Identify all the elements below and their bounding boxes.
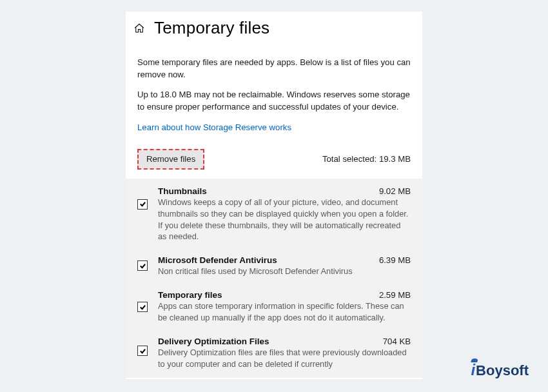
checkbox-thumbnails[interactable] xyxy=(137,199,148,210)
file-size: 2.59 MB xyxy=(379,290,411,300)
file-item-delivery-optimization[interactable]: Delivery Optimization Files 704 KB Deliv… xyxy=(126,331,422,378)
file-item-temporary[interactable]: Temporary files 2.59 MB Apps can store t… xyxy=(126,285,422,331)
watermark-i: i xyxy=(471,361,475,379)
checkbox-temporary[interactable] xyxy=(137,302,148,312)
watermark-text: Boysoft xyxy=(476,362,529,378)
file-size: 6.39 MB xyxy=(379,255,411,265)
action-row: Remove files Total selected: 19.3 MB xyxy=(126,133,422,179)
checkbox-defender[interactable] xyxy=(137,260,148,271)
intro-paragraph-2: Up to 18.0 MB may not be reclaimable. Wi… xyxy=(137,88,411,113)
file-item-defender[interactable]: Microsoft Defender Antivirus 6.39 MB Non… xyxy=(126,250,422,285)
file-title: Delivery Optimization Files xyxy=(158,337,269,346)
files-list: Thumbnails 9.02 MB Windows keeps a copy … xyxy=(126,179,422,378)
file-description: Apps can store temporary information in … xyxy=(158,300,411,324)
file-title: Thumbnails xyxy=(158,186,207,196)
file-description: Delivery Optimization files are files th… xyxy=(158,347,411,370)
checkbox-delivery-optimization[interactable] xyxy=(137,346,148,356)
file-size: 704 KB xyxy=(383,337,411,346)
intro-paragraph-1: Some temporary files are needed by apps.… xyxy=(137,56,411,81)
page-title: Temporary files xyxy=(154,18,269,38)
file-title: Temporary files xyxy=(158,290,222,300)
header-row: Temporary files xyxy=(126,12,422,38)
intro-block: Some temporary files are needed by apps.… xyxy=(126,38,422,133)
watermark-logo: iBoysoft xyxy=(471,361,529,379)
file-item-thumbnails[interactable]: Thumbnails 9.02 MB Windows keeps a copy … xyxy=(126,179,422,251)
checkmark-icon xyxy=(139,262,146,270)
remove-files-button[interactable]: Remove files xyxy=(137,149,204,170)
file-title: Microsoft Defender Antivirus xyxy=(158,255,277,265)
file-size: 9.02 MB xyxy=(379,186,411,196)
file-description: Windows keeps a copy of all of your pict… xyxy=(158,197,411,243)
checkmark-icon xyxy=(139,201,146,208)
checkmark-icon xyxy=(139,348,146,355)
storage-reserve-link[interactable]: Learn about how Storage Reserve works xyxy=(137,121,291,133)
settings-window: Temporary files Some temporary files are… xyxy=(126,12,422,379)
checkmark-icon xyxy=(139,304,146,311)
home-icon[interactable] xyxy=(133,23,145,34)
total-selected-label: Total selected: 19.3 MB xyxy=(322,154,411,164)
file-description: Non critical files used by Microsoft Def… xyxy=(158,266,411,277)
